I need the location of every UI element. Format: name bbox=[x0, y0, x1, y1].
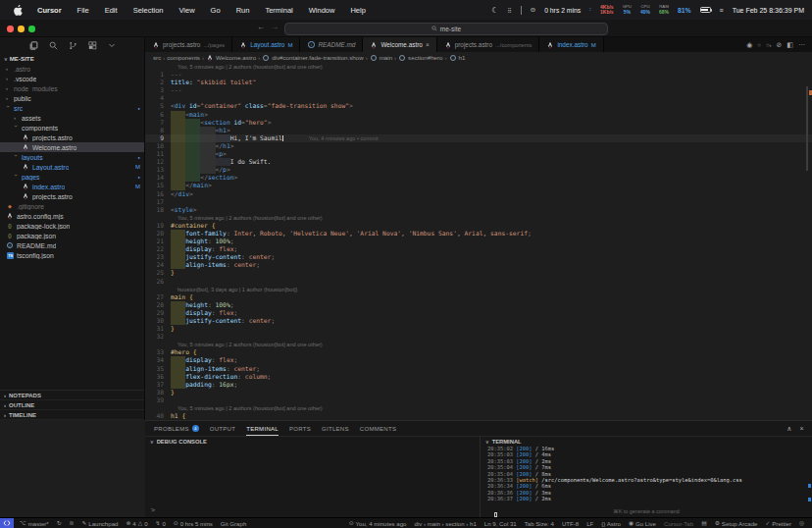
menu-item-selection[interactable]: Selection bbox=[126, 6, 172, 15]
breadcrumb-item[interactable]: section#hero bbox=[398, 54, 442, 62]
tree-item-assets[interactable]: ›assets bbox=[0, 113, 144, 123]
panel-close-icon[interactable]: × bbox=[800, 425, 804, 433]
tree-item--astro[interactable]: ›.astro bbox=[0, 64, 144, 74]
menu-item-terminal[interactable]: Terminal bbox=[257, 6, 300, 15]
extensions-icon[interactable] bbox=[88, 41, 97, 50]
network-stats[interactable]: 4Kb/s1Kb/s bbox=[600, 5, 614, 14]
tree-item-astro-config-mjs[interactable]: astro.config.mjs bbox=[0, 211, 144, 221]
breadcrumb-item[interactable]: h1 bbox=[449, 54, 466, 62]
zoom-window-button[interactable] bbox=[28, 26, 35, 32]
status-cursor-position[interactable]: Ln 9, Col 31 bbox=[484, 520, 517, 527]
tree-item-tsconfig-json[interactable]: TStsconfig.json bbox=[0, 250, 144, 260]
status-problems[interactable]: ⊗4△0 bbox=[126, 520, 147, 527]
source-control-icon[interactable] bbox=[69, 41, 77, 50]
editor-scrollbar[interactable] bbox=[806, 86, 808, 171]
panel-tab-gitlens[interactable]: GITLENS bbox=[322, 421, 349, 436]
tab-projects-astro[interactable]: projects.astro.../components bbox=[437, 37, 540, 52]
tree-item-package-lock-json[interactable]: {}package-lock.json bbox=[0, 221, 144, 231]
apple-icon[interactable] bbox=[12, 4, 24, 16]
menu-item-view[interactable]: View bbox=[171, 6, 202, 15]
search-view-icon[interactable] bbox=[49, 41, 58, 50]
tree-item-package-json[interactable]: {}package.json bbox=[0, 231, 144, 240]
outline-icon[interactable]: ○ bbox=[757, 42, 761, 48]
tree-item--gitignore[interactable]: ◆.gitignore bbox=[0, 201, 144, 211]
panel-tab-ports[interactable]: PORTS bbox=[289, 421, 311, 436]
tree-item-src[interactable]: ›src● bbox=[0, 103, 144, 113]
tree-item-projects-astro[interactable]: projects.astro bbox=[0, 132, 144, 142]
tree-item-pages[interactable]: ›pages● bbox=[0, 172, 144, 182]
remote-indicator[interactable] bbox=[0, 518, 14, 528]
tab-layout-astro[interactable]: Layout.astroM bbox=[232, 37, 300, 52]
breadcrumb-item[interactable]: components bbox=[167, 54, 200, 61]
nav-back-icon[interactable]: ← bbox=[257, 23, 265, 31]
compare-icon[interactable]: ○› bbox=[766, 42, 772, 48]
status-tab-size[interactable]: Tab Size: 4 bbox=[525, 520, 554, 527]
panel-tab-comments[interactable]: COMMENTS bbox=[360, 421, 396, 436]
explorer-root[interactable]: ∨ME-SITE bbox=[0, 53, 144, 64]
more-views-chevron-icon[interactable] bbox=[108, 41, 116, 49]
tab-readme-md[interactable]: iREADME.md bbox=[300, 37, 363, 52]
tab-close-icon[interactable]: × bbox=[426, 41, 430, 48]
menu-item-window[interactable]: Window bbox=[301, 6, 343, 15]
grid-icon[interactable]: ⠿ bbox=[507, 7, 511, 14]
cpu-stat[interactable]: CPU40% bbox=[640, 5, 650, 14]
menu-item-go[interactable]: Go bbox=[203, 6, 228, 15]
status-language-mode[interactable]: {} Astro bbox=[601, 520, 621, 527]
breadcrumb-item[interactable]: Welcome.astro bbox=[206, 54, 256, 62]
menu-item-cursor[interactable]: Cursor bbox=[29, 6, 70, 15]
tree-item-index-astro[interactable]: index.astroM bbox=[0, 182, 144, 191]
menu-item-help[interactable]: Help bbox=[342, 6, 373, 15]
session-time[interactable]: 0 hrs 2 mins bbox=[544, 7, 581, 14]
sidebar-section-notepads[interactable]: ›NOTEPADS bbox=[0, 391, 144, 400]
status-prettier[interactable]: ✓Prettier bbox=[765, 520, 791, 527]
breadcrumb-item[interactable]: src bbox=[153, 54, 161, 61]
nav-forward-icon[interactable]: → bbox=[271, 23, 279, 31]
tree-item-node-modules[interactable]: ›node_modules bbox=[0, 83, 144, 93]
panel-maximize-icon[interactable]: ∧ bbox=[787, 425, 791, 433]
menu-item-file[interactable]: File bbox=[70, 6, 97, 15]
gpu-stat[interactable]: GPU5% bbox=[623, 5, 632, 14]
command-center-search[interactable]: me-site bbox=[284, 23, 608, 35]
ram-stat[interactable]: RAM68% bbox=[659, 5, 669, 14]
status-eol[interactable]: LF bbox=[586, 520, 593, 527]
status-ports[interactable]: ↯0 bbox=[156, 520, 166, 527]
status-blame[interactable]: ⊙You, 4 minutes ago bbox=[349, 520, 407, 527]
toggle-blame-icon[interactable]: ◉ bbox=[746, 41, 752, 49]
status-printer[interactable]: ▤ bbox=[701, 520, 706, 526]
status-go-live[interactable]: ◉Go Live bbox=[629, 520, 656, 527]
tree-item-layouts[interactable]: ›layouts● bbox=[0, 152, 144, 162]
panel-tab-terminal[interactable]: TERMINAL bbox=[246, 421, 279, 436]
status-encoding[interactable]: UTF-8 bbox=[562, 520, 579, 527]
status-dom-path[interactable]: div › main › section › h1 bbox=[415, 520, 477, 527]
status-git-graph[interactable]: Git Graph bbox=[221, 520, 246, 527]
close-window-button[interactable] bbox=[7, 26, 14, 32]
status-git-branch[interactable]: ⌥master* bbox=[20, 520, 49, 527]
split-editor-icon[interactable]: ◧ bbox=[787, 41, 793, 49]
panel-tab-output[interactable]: OUTPUT bbox=[210, 421, 235, 436]
status-launchpad[interactable]: ✎Launchpad bbox=[81, 520, 118, 527]
tab-index-astro[interactable]: index.astroM bbox=[539, 37, 603, 52]
tree-item-projects-astro[interactable]: projects.astro bbox=[0, 191, 144, 201]
debug-console-prompt[interactable]: > bbox=[151, 506, 155, 514]
explorer-icon[interactable] bbox=[29, 41, 38, 50]
menu-clock[interactable]: Tue Feb 25 8:36:39 PM bbox=[733, 7, 804, 14]
status-time-tracker[interactable]: ⊙0 hrs 5 mins bbox=[174, 520, 213, 527]
menu-item-edit[interactable]: Edit bbox=[97, 6, 126, 15]
sidebar-section-timeline[interactable]: ›TIMELINE bbox=[0, 410, 144, 420]
status-cursor-tab[interactable]: Cursor-Tab bbox=[664, 520, 693, 527]
tree-item-components[interactable]: ›components bbox=[0, 123, 144, 132]
code-editor[interactable]: You, 5 minutes ago | 2 authors (houston[… bbox=[145, 63, 812, 420]
focus-moon-icon[interactable]: ☾ bbox=[491, 6, 498, 15]
terminal-pane[interactable]: ∨TERMINAL 20:35:02 [200] / 16ms20:35:03 … bbox=[481, 437, 812, 517]
breadcrumb-item[interactable]: div#container.fade-transition.show bbox=[262, 54, 364, 62]
tree-item-welcome-astro[interactable]: Welcome.astro bbox=[0, 142, 144, 152]
status-sync[interactable]: ↻ bbox=[57, 520, 62, 526]
tree-item-readme-md[interactable]: iREADME.md bbox=[0, 240, 144, 250]
panel-tab-problems[interactable]: PROBLEMS4 bbox=[154, 421, 199, 436]
status-gitlens[interactable]: ≋ bbox=[70, 520, 75, 526]
tree-item-layout-astro[interactable]: Layout.astroM bbox=[0, 162, 144, 172]
tab-welcome-astro[interactable]: Welcome.astro× bbox=[363, 37, 436, 52]
tree-item--vscode[interactable]: ›.vscode bbox=[0, 74, 144, 83]
menu-item-run[interactable]: Run bbox=[228, 6, 258, 15]
sidebar-section-outline[interactable]: ›OUTLINE bbox=[0, 400, 144, 410]
